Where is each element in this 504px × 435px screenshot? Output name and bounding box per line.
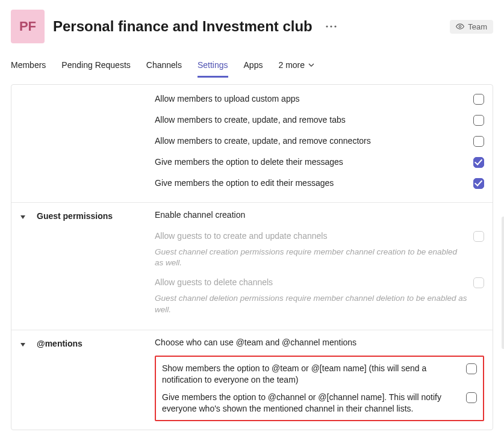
tab-more-label: 2 more bbox=[278, 60, 305, 70]
option-guest-delete-channels-help: Guest channel deletion permissions requi… bbox=[155, 293, 468, 315]
tab-channels[interactable]: Channels bbox=[146, 57, 182, 78]
section-guest-permissions-header: Enable channel creation bbox=[155, 210, 484, 220]
mentions-highlight: Show members the option to @team or @[te… bbox=[155, 356, 484, 422]
option-at-team-label: Show members the option to @team or @[te… bbox=[162, 363, 445, 386]
scrollbar[interactable] bbox=[502, 217, 504, 349]
more-horizontal-icon bbox=[326, 25, 337, 28]
option-upload-custom-apps-label: Allow members to upload custom apps bbox=[155, 93, 299, 105]
section-mentions-header: Choose who can use @team and @channel me… bbox=[155, 338, 484, 347]
option-edit-messages-label: Give members the option to edit their me… bbox=[155, 177, 334, 189]
settings-panel: Allow members to upload custom apps Allo… bbox=[11, 84, 493, 430]
team-privacy-pill[interactable]: Team bbox=[450, 20, 493, 34]
section-member-permissions: Allow members to upload custom apps Allo… bbox=[11, 85, 493, 202]
team-avatar-initials: PF bbox=[19, 19, 36, 34]
option-manage-tabs-label: Allow members to create, update, and rem… bbox=[155, 114, 346, 126]
option-guest-create-channels-help: Guest channel creation permissions requi… bbox=[155, 247, 468, 268]
section-mentions-toggle[interactable] bbox=[17, 339, 28, 350]
option-guest-delete-channels-label: Allow guests to delete channels bbox=[155, 277, 273, 288]
tab-members[interactable]: Members bbox=[11, 57, 46, 78]
page-header: PF Personal finance and Investment club … bbox=[11, 10, 493, 43]
svg-point-0 bbox=[326, 25, 328, 27]
tab-pending-requests[interactable]: Pending Requests bbox=[61, 57, 130, 78]
option-manage-connectors-checkbox[interactable] bbox=[473, 136, 484, 147]
svg-point-1 bbox=[330, 25, 332, 27]
option-at-team-checkbox[interactable] bbox=[466, 363, 477, 374]
tab-settings[interactable]: Settings bbox=[198, 57, 228, 78]
option-at-channel-label: Give members the option to @channel or @… bbox=[162, 392, 445, 415]
team-privacy-label: Team bbox=[468, 22, 487, 31]
section-mentions: @mentions Choose who can use @team and @… bbox=[11, 330, 493, 430]
team-more-button[interactable] bbox=[322, 22, 340, 31]
section-guest-permissions-toggle[interactable] bbox=[17, 212, 28, 223]
tab-bar: Members Pending Requests Channels Settin… bbox=[11, 57, 493, 78]
tab-apps[interactable]: Apps bbox=[244, 57, 263, 78]
section-guest-permissions-label: Guest permissions bbox=[37, 210, 155, 321]
option-delete-messages-label: Give members the option to delete their … bbox=[155, 156, 343, 168]
svg-point-2 bbox=[334, 25, 336, 27]
option-delete-messages-checkbox[interactable] bbox=[473, 157, 484, 168]
option-guest-create-channels-label: Allow guests to to create and update cha… bbox=[155, 230, 327, 242]
team-avatar: PF bbox=[11, 10, 45, 43]
tab-more[interactable]: 2 more bbox=[278, 57, 314, 78]
section-mentions-label: @mentions bbox=[37, 338, 155, 422]
option-edit-messages-checkbox[interactable] bbox=[473, 178, 484, 189]
eye-icon bbox=[456, 22, 464, 31]
option-upload-custom-apps-checkbox[interactable] bbox=[473, 94, 484, 105]
option-guest-create-channels-checkbox bbox=[473, 231, 484, 242]
option-manage-connectors-label: Allow members to create, update, and rem… bbox=[155, 135, 371, 147]
caret-down-icon bbox=[20, 215, 25, 219]
section-guest-permissions: Guest permissions Enable channel creatio… bbox=[11, 202, 493, 330]
option-manage-tabs-checkbox[interactable] bbox=[473, 115, 484, 126]
team-title: Personal finance and Investment club bbox=[53, 18, 313, 35]
svg-point-3 bbox=[459, 25, 461, 28]
chevron-down-icon bbox=[308, 62, 314, 68]
caret-down-icon bbox=[20, 343, 25, 347]
option-guest-delete-channels-checkbox bbox=[473, 277, 484, 288]
team-settings-page: PF Personal finance and Investment club … bbox=[0, 0, 504, 435]
option-at-channel-checkbox[interactable] bbox=[466, 392, 477, 403]
